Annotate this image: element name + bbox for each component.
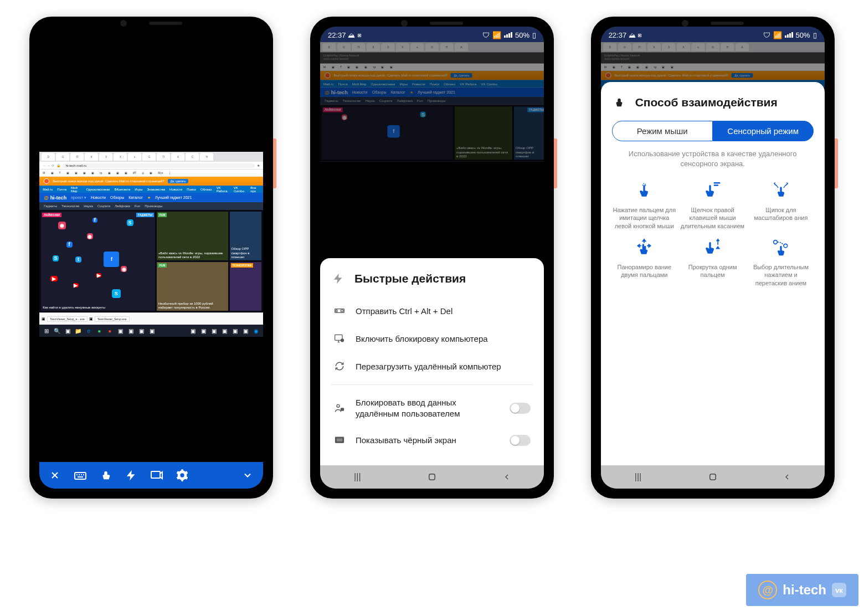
monitor-icon (333, 434, 346, 446)
svg-point-12 (337, 404, 340, 407)
svg-rect-3 (81, 474, 82, 475)
remote-browser-window: DGПК3ХsGПACH ← → ⟳ 🔒 hi-tech.mail.ru ★ М… (39, 152, 263, 337)
toggle-block-input[interactable]: Блокировать ввод данных удалённым пользо… (331, 389, 533, 427)
panel-title: Способ взаимодействия (635, 96, 778, 109)
action-restart-remote[interactable]: Перезагрузить удалённый компьютер (331, 352, 533, 380)
panel-title: Быстрые действия (354, 272, 466, 285)
touch-icon[interactable] (98, 468, 114, 483)
gesture-pan2-label: Панорамиро вание двумя пальцами (612, 263, 677, 279)
windows-taskbar[interactable]: ⊞ 🔍 ▣📁 e ● ● ▣▣ ▣▣ ▣▣ ▣▣ ▣▣ ◉ (39, 325, 263, 337)
battery-percent: 50% (515, 31, 529, 39)
action-lock-computer[interactable]: Включить блокировку компьютера (331, 325, 533, 352)
gesture-grid: Нажатие пальцем для имитации щелчка лево… (612, 178, 814, 287)
mail-portal-nav[interactable]: Mail.ruПочта Мой МирОдноклассники ВКонта… (39, 186, 263, 193)
article-card-3[interactable]: Обзор OPP смартфон в планшет (230, 212, 262, 260)
signal-icon (504, 32, 512, 38)
action-label: Включить блокировку компьютера (356, 334, 488, 343)
android-nav-bar: ||| (601, 465, 825, 489)
svg-rect-13 (341, 408, 343, 410)
gear-icon[interactable] (174, 468, 190, 483)
phone-mockup-2: 22:37 ⛰ ▣ 🛡 📶 50% ▯ DGПК3ХsGПA DolphinPa… (310, 17, 554, 499)
screen-share-icon[interactable] (149, 468, 164, 483)
lightning-icon[interactable] (124, 468, 139, 483)
windows-start-icon[interactable]: ⊞ (43, 327, 50, 335)
svg-point-11 (341, 339, 343, 342)
quick-actions-panel: Быстрые действия Отправить Ctrl + Alt + … (320, 258, 544, 489)
svg-rect-18 (713, 182, 720, 184)
gesture-scroll1-icon (701, 235, 725, 260)
gesture-drag: Выбор длительным нажатием и перетаскив а… (748, 235, 813, 287)
mode-touch-button[interactable]: Сенсорный режим (713, 121, 814, 141)
wifi-icon: 📶 (773, 31, 782, 39)
shield-icon: 🛡 (763, 31, 770, 39)
close-icon[interactable] (47, 468, 63, 483)
browser-tab-strip[interactable]: DGПК3ХsGПACH (39, 152, 263, 162)
svg-rect-8 (336, 310, 337, 311)
battery-percent: 50% (796, 31, 810, 39)
gesture-drag-label: Выбор длительным нажатием и перетаскив а… (748, 263, 813, 287)
recents-icon[interactable]: ||| (351, 471, 363, 483)
home-icon[interactable] (707, 471, 719, 483)
search-icon[interactable]: 🔍 (53, 327, 61, 335)
hand-icon (612, 95, 626, 110)
svg-rect-5 (78, 476, 83, 478)
divider (331, 384, 533, 385)
gesture-pinch-label: Щипок для масштабиров ания (748, 206, 813, 222)
gesture-pan2-icon (632, 235, 656, 260)
toggle-label: Блокировать ввод данных удалённым пользо… (356, 397, 500, 419)
toggle-switch[interactable] (510, 435, 531, 446)
status-time: 22:37 (328, 31, 346, 39)
back-icon[interactable] (781, 471, 793, 483)
download-bar[interactable]: ▣ TeamViewer_Setup_e....exe ▣ TeamViewer… (39, 312, 263, 325)
action-ctrl-alt-del[interactable]: Отправить Ctrl + Alt + Del (331, 297, 533, 325)
gesture-scroll1-label: Прокрутка одним пальцем (680, 263, 745, 279)
download-item-1[interactable]: TeamViewer_Setup_e....exe (47, 316, 87, 322)
promo-banner[interactable]: Быстрый поиск всегда под рукой. Сделать … (39, 177, 263, 186)
mode-description: Использование устройства в качестве удал… (612, 149, 814, 168)
action-label: Перезагрузить удалённый компьютер (356, 362, 501, 371)
toggle-black-screen[interactable]: Показывать чёрный экран (331, 427, 533, 454)
phone-mockup-1: DGПК3ХsGПACH ← → ⟳ 🔒 hi-tech.mail.ru ★ М… (29, 17, 273, 499)
svg-point-21 (784, 244, 788, 248)
bookmarks-bar[interactable]: М▣T▣▣▣▣тр▣▣▣ИТ◎▣Муз⋮ (39, 170, 263, 177)
article-card-main[interactable]: ЛАЙФХАКИ ГАДЖЕТЫ f ◉ S ▶ t S ◉ f ▶ (41, 212, 155, 311)
article-card-4[interactable]: FUN Необычный прибор за 1000 рублей наби… (157, 262, 228, 311)
svg-rect-4 (83, 474, 84, 475)
gesture-tap: Нажатие пальцем для имитации щелчка лево… (612, 178, 677, 230)
mode-mouse-button[interactable]: Режим мыши (612, 121, 713, 141)
gesture-pinch: Щипок для масштабиров ания (748, 178, 813, 230)
svg-rect-19 (713, 184, 718, 186)
banner-text: Быстрый поиск всегда под рукой. Сделать … (53, 179, 164, 183)
gesture-longpress-label: Щелчок правой клавишей мыши длительным к… (680, 206, 745, 230)
dimmed-background[interactable]: DGПК3ХsGПA DolphinPay | Manta Networkdoc… (320, 42, 544, 489)
phone-notch (682, 20, 744, 27)
toggle-switch[interactable] (510, 403, 531, 414)
article-title-2: «Бабл квас» vs Wordle: игры, поразившие … (158, 251, 227, 259)
url-field[interactable]: hi-tech.mail.ru (63, 163, 255, 168)
banner-confirm-button[interactable]: Да, сделать (168, 179, 188, 183)
browser-address-bar[interactable]: ← → ⟳ 🔒 hi-tech.mail.ru ★ (39, 162, 263, 170)
hitech-header: @ hi-tech проект ▾ Новости Обзоры Катало… (39, 193, 263, 202)
battery-icon: ▯ (813, 31, 817, 39)
chevron-down-icon[interactable] (240, 468, 255, 483)
at-logo-icon: @ (758, 581, 777, 599)
svg-rect-1 (76, 474, 78, 475)
hitech-logo: @ hi-tech (44, 195, 66, 201)
gesture-tap-label: Нажатие пальцем для имитации щелчка лево… (612, 206, 677, 230)
dimmed-background[interactable]: DGПК3ХsGПA DolphinPay | Manta Networkdoc… (601, 42, 825, 489)
article-card-2[interactable]: FUN «Бабл квас» vs Wordle: игры, поразив… (157, 212, 228, 260)
download-item-2[interactable]: TeamViewer_Setup.exe (95, 316, 130, 322)
back-icon[interactable] (501, 471, 513, 483)
remote-desktop-view[interactable]: DGПК3ХsGПACH ← → ⟳ 🔒 hi-tech.mail.ru ★ М… (39, 27, 263, 462)
hitech-watermark: @ hi-tech vк (746, 574, 858, 606)
lightning-icon (331, 271, 346, 286)
article-card-5[interactable]: ТЕХНОЛОГИИ (230, 262, 262, 311)
social-icons-illustration: f ◉ S ▶ t S ◉ f ▶ S ◉ ▶ f (41, 212, 155, 311)
keyboard-icon[interactable] (73, 468, 88, 483)
recents-icon[interactable]: ||| (632, 471, 644, 483)
svg-rect-22 (709, 474, 716, 480)
hitech-categories[interactable]: ГаджетыТехнологии НаукаСоцсети ЛайфхакиF… (39, 202, 263, 210)
shield-icon: 🛡 (482, 31, 490, 39)
svg-rect-9 (341, 310, 343, 311)
home-icon[interactable] (426, 471, 438, 483)
